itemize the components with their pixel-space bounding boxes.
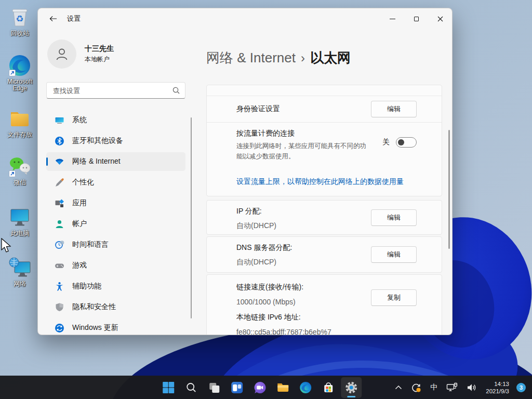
accessibility-icon (55, 282, 64, 291)
dns-edit-button[interactable]: 编辑 (371, 246, 417, 263)
minimize-icon (390, 19, 395, 19)
task-view-icon (208, 381, 220, 394)
desktop-icon-network[interactable]: 网络 (1, 256, 39, 287)
desktop-icon-recycle-bin[interactable]: ♻ 回收站 (1, 5, 39, 37)
start-button[interactable] (158, 377, 179, 398)
sidebar-item-privacy-security[interactable]: 隐私和安全性 (46, 298, 185, 316)
sidebar-item-time-language[interactable]: 时间和语言 (46, 235, 185, 254)
link-info-card: 链接速度(接收/传输): 1000/1000 (Mbps) 本地链接 IPv6 … (206, 274, 442, 335)
sidebar-item-label: 个性化 (72, 178, 94, 187)
windows-update-icon (55, 323, 64, 333)
sidebar-item-accounts[interactable]: 帐户 (46, 215, 185, 233)
sidebar-item-bluetooth-devices[interactable]: 蓝牙和其他设备 (46, 131, 185, 150)
tray-clock-button[interactable]: 14:13 2021/9/3 (483, 378, 512, 397)
sidebar-item-label: 隐私和安全性 (72, 302, 116, 312)
authentication-edit-button[interactable]: 编辑 (371, 101, 417, 117)
data-limit-link[interactable]: 设置流量上限，以帮助控制在此网络上的数据使用量 (236, 177, 404, 187)
sidebar-item-label: Windows 更新 (72, 323, 118, 332)
speaker-icon (467, 383, 477, 392)
sidebar-item-label: 蓝牙和其他设备 (72, 136, 123, 145)
selected-indicator (46, 157, 48, 166)
avatar (47, 39, 76, 69)
search-input[interactable] (47, 87, 172, 95)
sidebar-item-personalization[interactable]: 个性化 (46, 173, 185, 192)
scrolled-row-sliver (207, 85, 442, 96)
user-account-type: 本地帐户 (85, 55, 114, 64)
breadcrumb-separator-icon: › (301, 51, 305, 65)
tray-chevron-button[interactable] (392, 378, 405, 397)
account-person-icon (55, 219, 64, 229)
system-icon (55, 115, 64, 125)
chevron-up-icon (395, 385, 402, 390)
sidebar-item-accessibility[interactable]: 辅助功能 (46, 277, 185, 296)
sidebar-item-label: 系统 (72, 115, 87, 125)
desktop-icon-label: 此电脑 (10, 230, 29, 237)
metered-toggle[interactable] (396, 137, 417, 148)
content-scrollbar[interactable] (448, 130, 450, 249)
breadcrumb: 网络 & Internet›以太网 (206, 49, 351, 67)
desktop-icon-label: 网络 (14, 281, 26, 287)
desktop-icon-label: 文件存放 (7, 131, 32, 138)
ip-edit-button[interactable]: 编辑 (371, 209, 417, 226)
ipv6-value: fe80::cd5a:bdff:7687:b6eb%7 (236, 328, 417, 335)
search-taskbar-button[interactable] (181, 377, 202, 398)
sidebar-item-label: 网络 & Internet (72, 157, 121, 166)
authentication-row: 身份验证设置 编辑 (207, 96, 442, 122)
bluetooth-icon (55, 136, 64, 146)
user-account[interactable]: 十三先生 本地帐户 (47, 39, 114, 69)
metered-connection-row: 按流量计费的连接 连接到此网络时，某些应用可能具有不同的功能以减少数据使用。 关 (207, 123, 442, 167)
clock-icon (55, 240, 64, 250)
minimize-button[interactable] (380, 8, 404, 29)
tray-ime-button[interactable]: 中 (428, 378, 440, 397)
close-button[interactable] (428, 8, 452, 29)
desktop-icon-edge[interactable]: Microsoft Edge (1, 54, 39, 92)
file-explorer-button[interactable] (272, 377, 293, 398)
search-box (46, 82, 185, 99)
tray-network-button[interactable] (444, 378, 460, 397)
tray-update-button[interactable] (408, 378, 424, 397)
card-gap (206, 196, 442, 200)
mouse-cursor (0, 238, 11, 254)
metered-description: 连接到此网络时，某些应用可能具有不同的功能以减少数据使用。 (236, 141, 367, 162)
desktop-icon-folder[interactable]: 文件存放 (1, 107, 39, 138)
widgets-button[interactable] (227, 377, 247, 398)
desktop-icon-label: Microsoft Edge (1, 78, 39, 92)
user-name: 十三先生 (85, 44, 114, 54)
wechat-icon (8, 154, 32, 178)
sidebar-item-gaming[interactable]: 游戏 (46, 256, 185, 275)
desktop-icon-this-pc[interactable]: 此电脑 (1, 205, 39, 237)
settings-taskbar-button[interactable] (341, 377, 362, 398)
notification-badge[interactable]: 3 (516, 383, 526, 392)
ethernet-settings-card: 身份验证设置 编辑 按流量计费的连接 连接到此网络时，某些应用可能具有不同的功能… (206, 85, 442, 196)
svg-text:♻: ♻ (16, 14, 23, 24)
ime-indicator: 中 (430, 383, 437, 392)
desktop-icon-wechat[interactable]: 微信 (1, 154, 39, 186)
microsoft-store-icon (322, 381, 335, 394)
back-button[interactable] (45, 12, 61, 25)
sidebar-item-label: 帐户 (72, 219, 87, 229)
ip-assignment-card: IP 分配: 自动(DHCP) 编辑 (206, 200, 442, 235)
tray-volume-button[interactable] (464, 378, 480, 397)
recycle-bin-icon: ♻ (8, 5, 32, 29)
chat-button[interactable] (249, 377, 270, 398)
settings-window: 设置 十三先生 本地帐户 (37, 8, 453, 335)
network-icon (8, 256, 32, 280)
sidebar-nav: 系统 蓝牙和其他设备 网络 & Inte (46, 111, 185, 335)
breadcrumb-parent[interactable]: 网络 & Internet (206, 50, 296, 65)
desktop-icon-label: 微信 (14, 179, 26, 186)
microsoft-store-button[interactable] (318, 377, 339, 398)
sidebar-item-network-internet[interactable]: 网络 & Internet (46, 152, 185, 171)
maximize-button[interactable] (404, 8, 428, 29)
sidebar-item-apps[interactable]: 应用 (46, 194, 185, 212)
task-view-button[interactable] (204, 377, 224, 398)
copy-button[interactable]: 复制 (371, 289, 417, 306)
edge-taskbar-button[interactable] (295, 377, 316, 398)
ethernet-network-icon (446, 382, 458, 393)
sidebar-item-label: 辅助功能 (72, 282, 101, 291)
sidebar-item-system[interactable]: 系统 (46, 111, 185, 129)
sidebar: 十三先生 本地帐户 系统 (38, 29, 206, 335)
system-tray: 中 14:13 2021/9/3 (392, 376, 532, 399)
edge-icon (8, 54, 32, 77)
sidebar-scrollbar[interactable] (191, 117, 192, 318)
sidebar-item-windows-update[interactable]: Windows 更新 (46, 318, 185, 335)
